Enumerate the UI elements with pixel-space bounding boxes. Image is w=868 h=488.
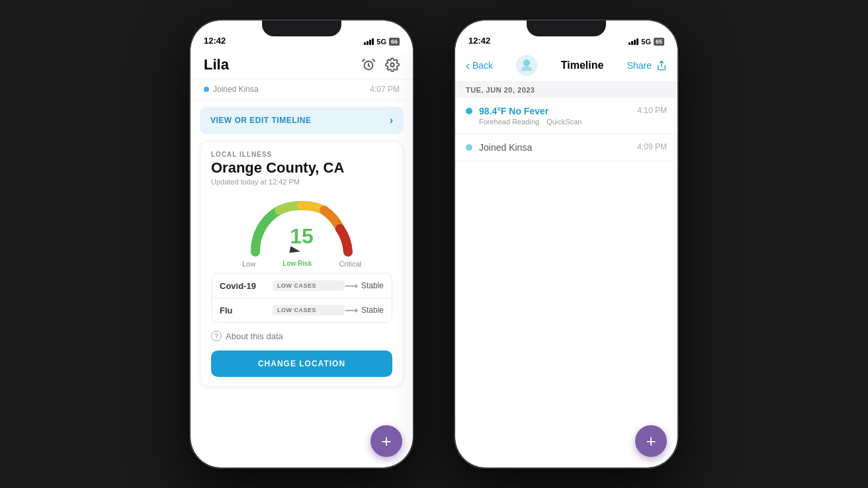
status-time-2: 12:42: [468, 36, 490, 46]
entry-left-joined: Joined Kinsa: [466, 142, 532, 153]
status-right-1: 5G 66: [364, 38, 400, 46]
header-icons: [361, 58, 400, 72]
fab-button-2[interactable]: +: [635, 425, 667, 457]
info-icon: ?: [211, 331, 222, 341]
trend-icon-flu: ⟿: [345, 305, 358, 315]
screen-content-2: ‹ Back Timeline Share T: [455, 50, 677, 468]
svg-point-1: [390, 63, 394, 67]
disease-table: Covid-19 LOW CASES ⟿ Stable Flu LOW CASE…: [211, 273, 392, 323]
fab-plus-icon-2: +: [646, 432, 656, 450]
entry-main-fever: 98.4°F No Fever Forehead Reading QuickSc…: [479, 106, 582, 126]
entry-left-fever: 98.4°F No Fever Forehead Reading QuickSc…: [466, 106, 582, 126]
back-button[interactable]: ‹ Back: [466, 59, 493, 73]
trend-label-flu: Stable: [361, 305, 384, 315]
joined-label: Joined Kinsa: [213, 85, 259, 94]
phone-1-screen: 12:42 5G 66 Lila: [191, 20, 413, 468]
illness-card: LOCAL ILLNESS Orange County, CA Updated …: [200, 141, 404, 387]
timeline-entry-fever: 98.4°F No Fever Forehead Reading QuickSc…: [455, 98, 677, 134]
disease-name-covid: Covid-19: [220, 281, 273, 291]
app-header-2: ‹ Back Timeline Share: [455, 50, 677, 82]
signal-bar: [372, 38, 374, 45]
joined-text: Joined Kinsa: [204, 85, 259, 94]
disease-badge-covid: LOW CASES: [273, 280, 345, 291]
gauge-risk-label: Low Risk: [282, 260, 312, 268]
joined-kinsa-time: 4:09 PM: [637, 142, 667, 151]
share-icon: [656, 60, 667, 71]
fever-time: 4:10 PM: [637, 106, 667, 115]
dot-blue: [204, 87, 209, 92]
alarm-icon[interactable]: [361, 58, 376, 72]
signal-label-2: 5G: [641, 38, 651, 46]
share-button[interactable]: Share: [627, 60, 667, 71]
status-time-1: 12:42: [204, 36, 226, 46]
timeline-banner-label: VIEW OR EDIT TIMELINE: [210, 116, 312, 125]
entry-main-joined: Joined Kinsa: [479, 142, 532, 153]
disease-badge-flu: LOW CASES: [273, 305, 345, 315]
status-right-2: 5G 65: [629, 38, 664, 46]
gauge-number: 15: [290, 225, 314, 247]
phone-notch-1: [262, 20, 341, 36]
disease-trend-covid: ⟿ Stable: [345, 280, 384, 291]
signal-bar: [367, 41, 369, 45]
disease-trend-flu: ⟿ Stable: [345, 305, 384, 315]
gauge-low-label: Low: [242, 260, 255, 268]
fab-plus-icon: +: [381, 432, 391, 450]
phone-2: 12:42 5G 65 ‹ Back: [454, 19, 679, 469]
user-name: Lila: [204, 56, 229, 73]
illness-updated: Updated today at 12:42 PM: [211, 178, 392, 186]
timeline-banner[interactable]: VIEW OR EDIT TIMELINE ›: [200, 106, 404, 134]
signal-bar: [629, 42, 630, 45]
quickscan-label: QuickScan: [546, 118, 582, 126]
signal-bars-2: [629, 38, 638, 45]
change-location-button[interactable]: CHANGE LOCATION: [211, 350, 392, 377]
battery-badge-1: 66: [389, 38, 400, 46]
share-label: Share: [627, 60, 652, 71]
disease-row-covid: Covid-19 LOW CASES ⟿ Stable: [212, 274, 392, 298]
disease-row-flu: Flu LOW CASES ⟿ Stable: [212, 298, 392, 322]
signal-bar: [369, 40, 371, 45]
screen-content-1: Lila Joined Kinsa 4:07 PM: [191, 50, 413, 468]
gauge-critical-label: Critical: [339, 260, 361, 268]
signal-bar: [364, 42, 366, 45]
signal-bars-1: [364, 38, 374, 45]
svg-point-3: [523, 60, 530, 66]
trend-icon-covid: ⟿: [345, 280, 358, 291]
entry-dot-joined: [466, 144, 472, 151]
avatar: [516, 55, 537, 76]
illness-county: Orange County, CA: [211, 159, 392, 177]
disease-name-flu: Flu: [220, 305, 273, 315]
illness-section-label: LOCAL ILLNESS: [211, 151, 392, 158]
back-label: Back: [472, 60, 493, 71]
entry-dot-fever: [466, 108, 472, 114]
forehead-reading-label: Forehead Reading: [479, 118, 539, 126]
timeline-entry-joined: Joined Kinsa 4:09 PM: [455, 134, 677, 161]
battery-badge-2: 65: [654, 38, 664, 46]
signal-label-1: 5G: [376, 38, 386, 46]
gauge-labels: Low Low Risk Critical: [242, 260, 361, 268]
signal-bar: [636, 38, 638, 45]
fab-button-1[interactable]: +: [370, 425, 402, 457]
joined-time: 4:07 PM: [370, 85, 400, 94]
signal-bar: [631, 41, 633, 45]
joined-kinsa-row: Joined Kinsa 4:07 PM: [191, 79, 413, 100]
fever-title: 98.4°F No Fever: [479, 106, 582, 116]
app-header-1: Lila: [191, 50, 413, 79]
chevron-right-icon: ›: [390, 114, 393, 126]
timeline-title: Timeline: [561, 60, 604, 71]
fever-subtitle: Forehead Reading QuickScan: [479, 118, 582, 126]
gauge-container: 15 Low Low Risk Critical: [211, 192, 392, 268]
settings-icon[interactable]: [385, 58, 400, 72]
trend-label-covid: Stable: [361, 281, 384, 290]
back-chevron-icon: ‹: [466, 59, 470, 73]
gauge-svg-wrap: 15: [242, 192, 361, 259]
signal-bar: [634, 40, 636, 45]
joined-kinsa-label: Joined Kinsa: [479, 142, 532, 153]
about-data[interactable]: ? About this data: [211, 329, 392, 343]
about-data-label: About this data: [226, 331, 283, 341]
phone-1: 12:42 5G 66 Lila: [189, 19, 414, 469]
phone-notch-2: [527, 20, 606, 36]
phone-2-screen: 12:42 5G 65 ‹ Back: [455, 20, 677, 468]
date-section: TUE, JUN 20, 2023: [455, 82, 677, 98]
avatar-icon: [519, 58, 535, 73]
